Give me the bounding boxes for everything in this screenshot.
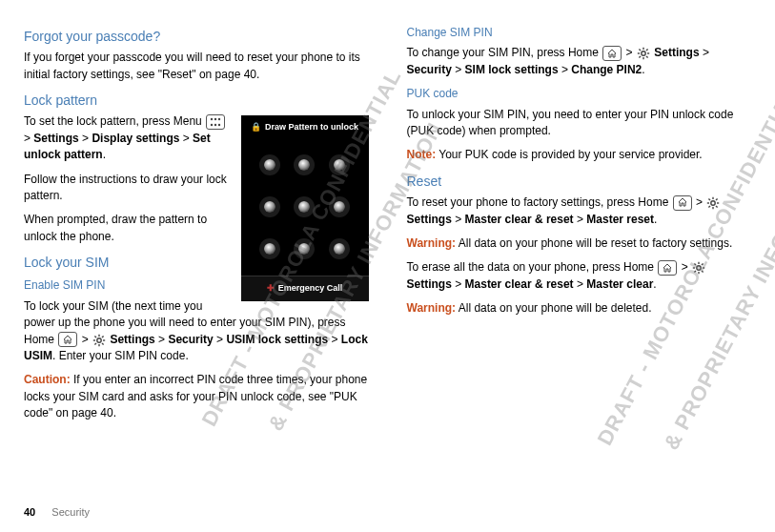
menu-icon bbox=[206, 114, 225, 130]
emergency-call-label: Emergency Call bbox=[278, 283, 343, 293]
home-icon bbox=[658, 260, 677, 276]
path-security: Security bbox=[168, 333, 213, 346]
heading-change-sim-pin: Change SIM PIN bbox=[407, 25, 752, 41]
lock-preview-title-text: Draw Pattern to unlock bbox=[265, 122, 358, 132]
page-number: 40 bbox=[24, 506, 35, 518]
gear-icon bbox=[92, 332, 106, 348]
forgot-passcode-body: If you forget your passcode you will nee… bbox=[24, 50, 369, 83]
path-master-clear-reset: Master clear & reset bbox=[465, 277, 574, 291]
svg-line-40 bbox=[702, 264, 704, 266]
reset-path-master-clear: To erase all the data on your phone, pre… bbox=[407, 259, 752, 293]
svg-point-0 bbox=[211, 117, 213, 119]
svg-point-4 bbox=[214, 123, 216, 125]
pattern-dot bbox=[264, 243, 275, 255]
path-sim-lock-settings: SIM lock settings bbox=[465, 63, 559, 76]
svg-line-14 bbox=[94, 343, 96, 345]
home-icon bbox=[58, 332, 77, 347]
gear-icon bbox=[637, 46, 650, 62]
svg-line-20 bbox=[639, 50, 641, 51]
emergency-call-bar: ✚Emergency Call bbox=[241, 276, 369, 301]
path-settings: Settings bbox=[110, 333, 154, 346]
warning-label: Warning: bbox=[407, 236, 457, 250]
svg-line-38 bbox=[694, 264, 696, 266]
page-footer: 40 Security bbox=[24, 505, 90, 521]
right-column: Change SIM PIN To change your SIM PIN, p… bbox=[407, 19, 752, 430]
text: > bbox=[703, 46, 709, 59]
svg-line-22 bbox=[646, 50, 648, 51]
heading-lock-pattern: Lock pattern bbox=[24, 91, 369, 110]
note-text: Your PUK code is provided by your servic… bbox=[436, 148, 702, 161]
svg-line-41 bbox=[694, 271, 696, 273]
gear-icon bbox=[692, 260, 705, 276]
warning-label: Warning: bbox=[407, 301, 457, 315]
text: > bbox=[455, 63, 464, 76]
svg-point-33 bbox=[697, 266, 701, 270]
home-icon bbox=[602, 46, 622, 61]
text: > bbox=[682, 260, 691, 274]
svg-line-13 bbox=[102, 336, 104, 338]
enable-sim-pin-caution: Caution: If you enter an incorrect PIN c… bbox=[24, 372, 369, 421]
path-usim-lock-settings: USIM lock settings bbox=[226, 333, 328, 346]
caution-text: If you enter an incorrect PIN code three… bbox=[24, 373, 367, 419]
gear-icon bbox=[706, 194, 720, 211]
heading-reset: Reset bbox=[407, 172, 752, 191]
text: > bbox=[577, 213, 586, 226]
svg-line-23 bbox=[639, 56, 641, 58]
pattern-dot bbox=[334, 201, 345, 213]
svg-line-32 bbox=[709, 206, 711, 208]
path-master-clear-reset: Master clear & reset bbox=[465, 213, 574, 226]
puk-code-note: Note: Your PUK code is provided by your … bbox=[407, 147, 752, 163]
lock-icon: 🔒 bbox=[251, 122, 261, 132]
warning-text: All data on your phone will be reset to … bbox=[456, 236, 732, 250]
text: > bbox=[158, 333, 168, 346]
change-sim-pin-path: To change your SIM PIN, press Home > Set… bbox=[407, 45, 752, 78]
text: > bbox=[626, 46, 636, 59]
lock-preview-title: 🔒Draw Pattern to unlock bbox=[241, 115, 369, 137]
reset-path-master-reset: To reset your phone to factory settings,… bbox=[407, 194, 752, 228]
enable-sim-pin-path: To lock your SIM (the next time you powe… bbox=[24, 298, 369, 365]
caution-label: Caution: bbox=[24, 373, 71, 386]
svg-point-24 bbox=[711, 201, 715, 205]
pattern-dot bbox=[264, 201, 275, 213]
pattern-lock-preview: 🔒Draw Pattern to unlock ✚Emergency Call bbox=[241, 115, 369, 301]
text: . bbox=[103, 148, 106, 161]
text: To change your SIM PIN, press Home bbox=[407, 46, 602, 59]
path-change-pin2: Change PIN2 bbox=[571, 63, 642, 76]
warning-text: All data on your phone will be deleted. bbox=[456, 301, 651, 315]
path-display-settings: Display settings bbox=[92, 132, 179, 145]
note-label: Note: bbox=[407, 148, 437, 161]
text: > bbox=[455, 213, 464, 226]
text: > bbox=[82, 333, 92, 346]
text: > bbox=[82, 132, 92, 145]
puk-code-body: To unlock your SIM PIN, you need to ente… bbox=[407, 107, 752, 140]
svg-line-11 bbox=[94, 336, 96, 338]
footer-section-title: Security bbox=[51, 506, 90, 518]
pattern-dot bbox=[298, 243, 310, 255]
path-master-reset: Master reset bbox=[586, 213, 654, 226]
path-master-clear: Master clear bbox=[586, 277, 653, 291]
svg-line-31 bbox=[716, 199, 718, 201]
text: > bbox=[577, 277, 586, 291]
svg-line-29 bbox=[709, 199, 711, 201]
svg-line-12 bbox=[102, 343, 104, 345]
text: > bbox=[24, 132, 33, 145]
text: > bbox=[216, 333, 226, 346]
pattern-dot bbox=[264, 159, 275, 171]
path-settings: Settings bbox=[407, 213, 452, 226]
svg-line-39 bbox=[702, 271, 704, 273]
left-column: Forgot your passcode? If you forget your… bbox=[24, 19, 369, 430]
pattern-dot bbox=[298, 159, 310, 171]
svg-point-2 bbox=[218, 117, 220, 119]
text: To erase all the data on your phone, pre… bbox=[407, 260, 658, 274]
svg-point-5 bbox=[218, 123, 220, 125]
text: . bbox=[642, 63, 644, 76]
svg-point-15 bbox=[642, 51, 645, 55]
heading-puk-code: PUK code bbox=[407, 86, 752, 102]
pattern-dot bbox=[334, 243, 345, 255]
pattern-dot-grid bbox=[241, 137, 369, 276]
reset-warning-1: Warning: All data on your phone will be … bbox=[407, 235, 752, 252]
path-settings: Settings bbox=[654, 46, 699, 59]
svg-point-1 bbox=[214, 117, 216, 119]
path-settings: Settings bbox=[33, 132, 78, 145]
emergency-icon: ✚ bbox=[267, 283, 275, 293]
